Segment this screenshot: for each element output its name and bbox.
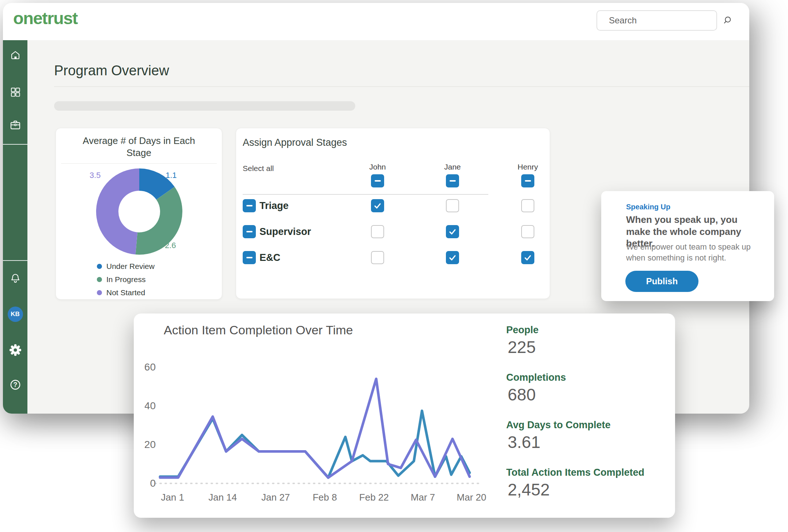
- stat-value: 225: [508, 337, 539, 357]
- page-title: Program Overview: [54, 63, 169, 79]
- y-axis-tick: 0: [150, 478, 156, 489]
- row-checkbox-supervisor[interactable]: [243, 225, 256, 238]
- card-assign-approval: Assign Approval Stages Select all JohnJa…: [236, 128, 550, 299]
- indeterminate-dash-icon: [450, 180, 456, 182]
- donut-value-under-review: 1.1: [166, 171, 177, 180]
- checkbox-supervisor-henry[interactable]: [521, 225, 534, 238]
- x-axis-tick: Jan 1: [161, 492, 184, 503]
- x-axis-tick: Feb 22: [359, 492, 389, 503]
- svg-text:?: ?: [13, 381, 17, 388]
- stat-total-action-items-completed: Total Action Items Completed2,452: [506, 467, 644, 499]
- y-axis-tick: 20: [145, 439, 156, 450]
- divider: [61, 163, 217, 164]
- avatar-initials: KB: [11, 311, 20, 318]
- y-axis-tick: 60: [145, 361, 156, 373]
- x-axis-tick: Feb 8: [312, 492, 337, 503]
- row-checkbox-triage[interactable]: [243, 199, 256, 212]
- help-icon: ?: [9, 379, 22, 391]
- stats-panel: People225Completions680Avg Days to Compl…: [506, 314, 660, 518]
- stat-value: 680: [508, 385, 566, 404]
- card-eyebrow: Speaking Up: [626, 203, 670, 211]
- stat-label: People: [506, 324, 539, 336]
- x-axis-tick: Jan 27: [261, 492, 290, 503]
- sidebar-item-home[interactable]: [3, 50, 27, 61]
- x-axis-tick: Jan 14: [208, 492, 237, 503]
- checkbox-ec-henry[interactable]: [521, 251, 534, 264]
- line-chart: 0204060Jan 1Jan 14Jan 27Feb 8Feb 22Mar 7…: [145, 346, 507, 507]
- donut-value-in-progress: 2.6: [165, 241, 176, 250]
- divider: [54, 86, 749, 87]
- check-icon: [373, 201, 382, 210]
- row-checkbox-ec[interactable]: [243, 251, 256, 264]
- checkbox-supervisor-jane[interactable]: [446, 225, 459, 238]
- legend-label: Under Review: [106, 262, 155, 271]
- sidebar-user-avatar[interactable]: KB: [3, 307, 27, 322]
- indeterminate-dash-icon: [246, 205, 253, 207]
- select-all-checkbox-henry[interactable]: [521, 174, 534, 187]
- search-icon[interactable]: [722, 15, 732, 26]
- legend-item: Not Started: [97, 286, 155, 299]
- checkbox-triage-henry[interactable]: [521, 199, 534, 212]
- indeterminate-dash-icon: [246, 257, 253, 259]
- stat-label: Completions: [506, 372, 566, 383]
- sidebar-item-apps[interactable]: [3, 87, 27, 98]
- select-all-checkbox-john[interactable]: [371, 174, 384, 187]
- sidebar-item-notifications[interactable]: [3, 273, 27, 284]
- line-purple-series: [160, 379, 470, 478]
- gear-icon: [9, 343, 22, 357]
- legend-item: In Progress: [97, 273, 155, 286]
- stat-label: Avg Days to Complete: [506, 419, 611, 431]
- column-header-jane: Jane: [423, 163, 482, 171]
- line-teal-series: [160, 411, 470, 478]
- briefcase-icon: [10, 119, 21, 131]
- y-axis-tick: 40: [145, 400, 156, 411]
- card-action-item-completion: Action Item Completion Over Time 0204060…: [134, 314, 675, 518]
- sidebar-divider: [3, 144, 27, 145]
- stat-avg-days-to-complete: Avg Days to Complete3.61: [506, 419, 611, 452]
- indeterminate-dash-icon: [525, 180, 531, 182]
- avatar: KB: [8, 307, 23, 322]
- indeterminate-dash-icon: [246, 231, 253, 233]
- home-icon: [10, 50, 21, 61]
- check-icon: [448, 253, 457, 262]
- checkbox-triage-john[interactable]: [371, 199, 384, 212]
- legend-label: In Progress: [106, 275, 145, 284]
- speaking-body: We empower out team to speak up when som…: [626, 242, 758, 264]
- divider: [243, 194, 488, 195]
- stat-value: 2,452: [508, 480, 644, 499]
- checkbox-ec-john[interactable]: [371, 251, 384, 264]
- stat-label: Total Action Items Completed: [506, 467, 644, 478]
- checkbox-supervisor-john[interactable]: [371, 225, 384, 238]
- brand-logo: onetrust: [13, 8, 77, 28]
- chart-title: Action Item Completion Over Time: [164, 323, 353, 337]
- row-label: Supervisor: [259, 226, 311, 238]
- x-axis-tick: Mar 20: [457, 492, 486, 503]
- select-all-checkbox-jane[interactable]: [446, 174, 459, 187]
- column-header-henry: Henry: [499, 163, 557, 171]
- card-stage-days: Average # of Days in Each Stage 1.1 2.6 …: [56, 128, 222, 300]
- stat-completions: Completions680: [506, 372, 566, 404]
- search-input[interactable]: [597, 11, 722, 30]
- sidebar-item-workspace[interactable]: [3, 119, 27, 131]
- indeterminate-dash-icon: [375, 180, 381, 182]
- search-box[interactable]: [596, 10, 717, 31]
- sidebar-item-help[interactable]: ?: [3, 379, 27, 391]
- donut-value-not-started: 3.5: [90, 171, 101, 180]
- check-icon: [448, 227, 457, 236]
- legend-dot: [97, 277, 102, 282]
- row-label: Triage: [259, 200, 289, 212]
- checkbox-ec-jane[interactable]: [446, 251, 459, 264]
- checkbox-triage-jane[interactable]: [446, 199, 459, 212]
- x-axis-tick: Mar 7: [411, 492, 435, 503]
- card-speaking-up: Speaking Up When you speak up, you make …: [601, 191, 774, 301]
- column-header-john: John: [348, 163, 407, 171]
- card-title: Assign Approval Stages: [243, 137, 347, 148]
- legend-dot: [97, 264, 102, 269]
- skeleton-loading-bar: [54, 101, 355, 111]
- apps-grid-icon: [10, 87, 21, 98]
- check-icon: [523, 253, 532, 262]
- row-label: E&C: [259, 252, 280, 263]
- stat-people: People225: [506, 324, 539, 357]
- publish-button[interactable]: Publish: [625, 271, 698, 292]
- sidebar-item-settings[interactable]: [3, 343, 27, 357]
